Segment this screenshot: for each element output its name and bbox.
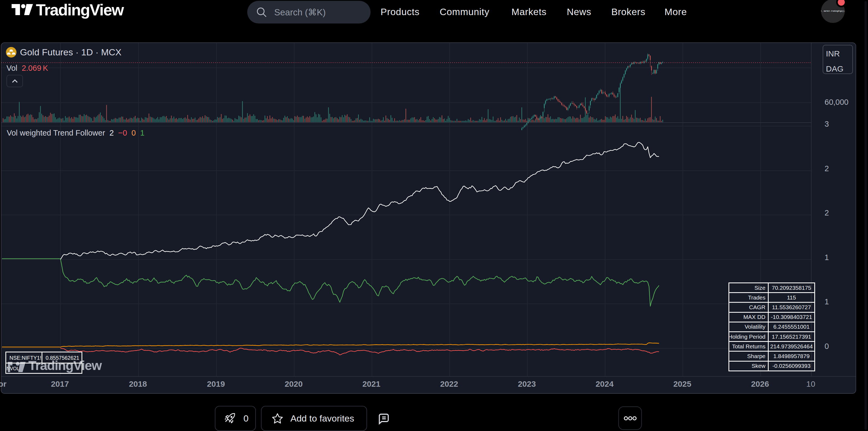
svg-text:TradingView: TradingView	[36, 3, 124, 19]
